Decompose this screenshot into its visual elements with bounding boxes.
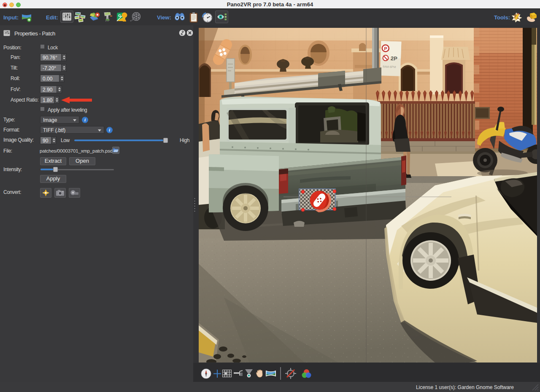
svg-text:8AM-6PM: 8AM-6PM [383,65,396,68]
svg-text:2P: 2P [391,55,398,62]
svg-text:G: G [118,13,121,18]
svg-text:P: P [384,46,387,51]
